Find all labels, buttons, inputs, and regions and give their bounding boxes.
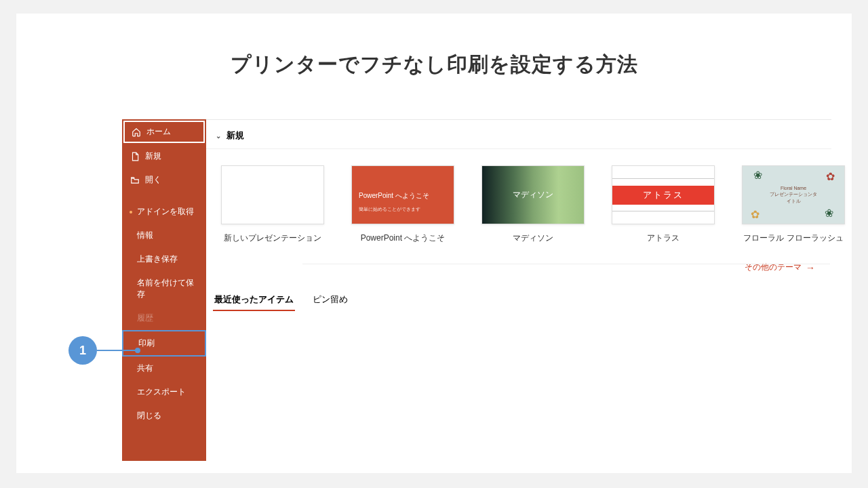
sidebar-item-save[interactable]: 上書き保存 <box>122 247 206 271</box>
template-atlas-thumb: アトラス <box>612 165 715 224</box>
chevron-down-icon: ⌄ <box>216 132 221 140</box>
home-icon <box>132 127 141 137</box>
thumb-text: Floral Name プレゼンテーションタイトル <box>768 185 819 205</box>
leaf-icon: ✿ <box>751 208 760 221</box>
sidebar-item-label: 開く <box>145 174 161 186</box>
sidebar-item-get-addins[interactable]: アドインを取得 <box>122 200 206 224</box>
sidebar-item-label: 閉じる <box>137 410 161 422</box>
file-icon <box>130 152 140 161</box>
template-welcome[interactable]: PowerPoint へようこそ 簡単に始めることができます PowerPoin… <box>351 165 454 244</box>
recent-tabs: 最近使ったアイテム ピン留め <box>206 273 831 311</box>
sidebar-item-save-as[interactable]: 名前を付けて保存 <box>122 271 206 306</box>
template-madison-thumb: マディソン <box>481 165 585 224</box>
tab-recent[interactable]: 最近使ったアイテム <box>213 293 295 311</box>
sidebar-item-export[interactable]: エクスポート <box>122 380 206 404</box>
callout-badge: 1 <box>68 336 97 365</box>
template-atlas[interactable]: アトラス アトラス <box>612 165 715 244</box>
sidebar-item-label: 上書き保存 <box>137 253 178 265</box>
template-blank-thumb <box>221 165 324 224</box>
tab-pinned[interactable]: ピン留め <box>311 293 349 311</box>
leaf-icon: ✿ <box>826 170 835 183</box>
app-shell: ホーム 新規 開く アドインを取得 <box>122 119 831 461</box>
sidebar-item-history: 履歴 <box>122 306 206 330</box>
backstage-main: ⌄ 新規 新しいプレゼンテーション PowerPoint へようこそ 簡単に始め… <box>206 119 831 461</box>
decorative-line <box>612 211 714 211</box>
templates-row: 新しいプレゼンテーション PowerPoint へようこそ 簡単に始めることがで… <box>206 149 831 249</box>
thumb-text: アトラス <box>612 186 714 205</box>
template-madison[interactable]: マディソン マディソン <box>481 165 585 244</box>
template-floral-thumb: ❀ ✿ ✿ ❀ Floral Name プレゼンテーションタイトル <box>742 165 845 224</box>
callout-connector <box>97 350 138 351</box>
backstage-sidebar: ホーム 新規 開く アドインを取得 <box>122 119 206 461</box>
sidebar-item-info[interactable]: 情報 <box>122 224 206 247</box>
template-label: フローラル フローラッシュ <box>742 232 845 244</box>
decorative-line <box>612 178 714 179</box>
folder-open-icon <box>130 176 140 185</box>
sidebar-item-label: 履歴 <box>137 312 153 324</box>
callout-1: 1 <box>68 336 138 365</box>
thumb-text: マディソン <box>513 189 553 201</box>
sidebar-item-label: 共有 <box>137 363 153 374</box>
leaf-icon: ❀ <box>825 207 833 220</box>
sidebar-item-label: 新規 <box>145 150 161 162</box>
sidebar-item-label: 印刷 <box>138 338 155 349</box>
template-blank[interactable]: 新しいプレゼンテーション <box>221 165 324 244</box>
sidebar-item-label: 名前を付けて保存 <box>137 277 198 300</box>
sidebar-item-close[interactable]: 閉じる <box>122 404 206 428</box>
sidebar-item-label: エクスポート <box>137 386 186 398</box>
thumb-text: PowerPoint へようこそ <box>359 191 429 201</box>
template-label: マディソン <box>481 232 585 244</box>
section-new-header[interactable]: ⌄ 新規 <box>206 120 831 149</box>
sidebar-item-open[interactable]: 開く <box>122 168 206 192</box>
template-label: 新しいプレゼンテーション <box>221 232 324 244</box>
sidebar-item-label: ホーム <box>146 126 171 138</box>
thumb-text: 簡単に始めることができます <box>359 206 420 213</box>
separator <box>302 264 830 264</box>
page-title: プリンターでフチなし印刷を設定する方法 <box>16 51 852 79</box>
template-label: アトラス <box>612 232 715 244</box>
section-new-label: 新規 <box>226 129 244 142</box>
leaf-icon: ❀ <box>753 169 762 182</box>
sidebar-item-label: 情報 <box>137 230 153 241</box>
sidebar-item-label: アドインを取得 <box>137 206 194 218</box>
sidebar-item-new[interactable]: 新規 <box>122 144 206 168</box>
template-label: PowerPoint へようこそ <box>351 232 454 244</box>
template-welcome-thumb: PowerPoint へようこそ 簡単に始めることができます <box>351 165 454 224</box>
sidebar-item-home[interactable]: ホーム <box>123 121 205 143</box>
template-floral[interactable]: ❀ ✿ ✿ ❀ Floral Name プレゼンテーションタイトル フローラル … <box>742 165 845 244</box>
